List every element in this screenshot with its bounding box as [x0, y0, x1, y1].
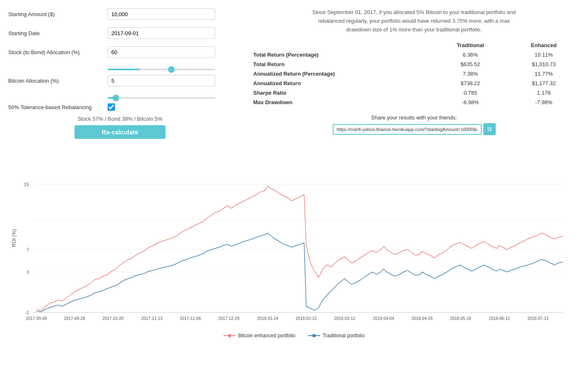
recalculate-button[interactable]: Re-calculate — [74, 125, 166, 139]
share-label: Share your results with your friends: — [248, 114, 580, 121]
rebalancing-checkbox[interactable] — [108, 103, 115, 111]
legend-bitcoin-label: Bitcoin enhanced portfolio — [238, 333, 295, 339]
table-row: Total Return (Percentage) 6.36% 10.11% — [248, 50, 580, 60]
stock-allocation-input[interactable] — [108, 46, 215, 58]
row-enhanced: 11.77% — [508, 69, 580, 79]
svg-text:3: 3 — [26, 270, 29, 274]
bitcoin-allocation-label: Bitcoin Allocation (%) — [8, 78, 108, 84]
svg-text:2018-02-15: 2018-02-15 — [295, 316, 317, 321]
copy-button[interactable]: ⧉ — [483, 123, 496, 135]
rebalancing-label: 50% Tolerance-based Rebalancing — [8, 104, 108, 110]
starting-amount-label: Starting Amount ($) — [8, 11, 108, 17]
bitcoin-allocation-input[interactable] — [108, 75, 215, 86]
svg-text:2017-12-29: 2017-12-29 — [218, 316, 240, 321]
row-enhanced: $1,177.32 — [508, 79, 580, 88]
row-label: Sharpe Ratio — [248, 88, 433, 98]
svg-text:2018-05-18: 2018-05-18 — [450, 316, 471, 321]
bitcoin-slider-row — [8, 94, 232, 100]
svg-text:2017-11-13: 2017-11-13 — [141, 316, 163, 321]
bitcoin-allocation-slider[interactable] — [108, 97, 215, 99]
chart-svg: ROI (%) 15 7 3 -1 2017-09-06 2017-09-28 … — [8, 147, 571, 329]
results-table: Traditional Enhanced Total Return (Perce… — [248, 41, 580, 107]
row-label: Total Return (Percentage) — [248, 50, 433, 60]
bitcoin-allocation-row: Bitcoin Allocation (%) — [8, 75, 232, 86]
svg-point-27 — [312, 334, 316, 337]
row-enhanced: 1.178 — [508, 88, 580, 98]
stock-allocation-label: Stock (to Bond) Allocation (%) — [8, 49, 108, 55]
starting-date-row: Starting Date — [8, 27, 232, 39]
legend-bitcoin: Bitcoin enhanced portfolio — [223, 333, 295, 339]
svg-text:2018-04-26: 2018-04-26 — [411, 316, 433, 321]
row-traditional: -6.98% — [433, 98, 508, 107]
row-traditional: 7.38% — [433, 69, 508, 79]
row-label: Max Drawdown — [248, 98, 433, 107]
table-row: Max Drawdown -6.98% -7.98% — [248, 98, 580, 107]
table-row: Total Return $635.52 $1,010.73 — [248, 60, 580, 69]
starting-amount-row: Starting Amount ($) — [8, 8, 232, 20]
share-section: Share your results with your friends: ⧉ — [248, 114, 580, 135]
svg-text:2018-04-04: 2018-04-04 — [373, 316, 394, 321]
right-panel: Since September 01, 2017, if you allocat… — [248, 8, 580, 143]
svg-text:2018-07-13: 2018-07-13 — [527, 316, 549, 321]
row-enhanced: $1,010.73 — [508, 60, 580, 69]
row-enhanced: 10.11% — [508, 50, 580, 60]
legend-traditional-label: Traditional portfolio — [323, 333, 365, 339]
share-url-input[interactable] — [333, 124, 482, 135]
row-traditional: 6.36% — [433, 50, 508, 60]
starting-amount-input[interactable] — [108, 8, 215, 20]
share-row: ⧉ — [248, 123, 580, 135]
starting-date-input[interactable] — [108, 27, 215, 39]
rebalancing-row: 50% Tolerance-based Rebalancing — [8, 103, 232, 111]
starting-date-label: Starting Date — [8, 30, 108, 36]
row-label: Annualized Return — [248, 79, 433, 88]
stock-allocation-slider[interactable] — [108, 69, 215, 70]
allocation-text: Stock 57% / Bond 38% / Bitcoin 5% — [8, 116, 232, 122]
table-row: Annualized Return $738.22 $1,177.32 — [248, 79, 580, 88]
bitcoin-line — [36, 186, 563, 310]
row-label: Annualized Return (Percentage) — [248, 69, 433, 79]
row-label: Total Return — [248, 60, 433, 69]
legend-traditional: Traditional portfolio — [308, 333, 365, 339]
left-panel: Starting Amount ($) Starting Date Stock … — [8, 8, 232, 143]
traditional-line — [36, 233, 563, 312]
svg-text:2017-09-28: 2017-09-28 — [64, 316, 85, 321]
col-traditional: Traditional — [433, 41, 508, 50]
row-traditional: $635.52 — [433, 60, 508, 69]
row-enhanced: -7.98% — [508, 98, 580, 107]
svg-text:15: 15 — [24, 182, 29, 187]
chart-legend: Bitcoin enhanced portfolio Traditional p… — [8, 333, 580, 339]
chart-area: ROI (%) 15 7 3 -1 2017-09-06 2017-09-28 … — [8, 147, 580, 339]
y-axis-label: ROI (%) — [11, 229, 17, 247]
row-traditional: $738.22 — [433, 79, 508, 88]
table-row: Sharpe Ratio 0.785 1.178 — [248, 88, 580, 98]
svg-text:7: 7 — [26, 247, 29, 252]
svg-text:2017-09-06: 2017-09-06 — [26, 316, 47, 321]
summary-text: Since September 01, 2017, if you allocat… — [311, 8, 518, 34]
svg-point-25 — [228, 334, 231, 337]
stock-allocation-row: Stock (to Bond) Allocation (%) — [8, 46, 232, 58]
col-enhanced: Enhanced — [508, 41, 580, 50]
stock-slider-row — [8, 65, 232, 72]
svg-text:2018-03-12: 2018-03-12 — [334, 316, 355, 321]
svg-text:2017-10-20: 2017-10-20 — [102, 316, 124, 321]
svg-text:2018-01-24: 2018-01-24 — [257, 316, 278, 321]
svg-text:2018-06-12: 2018-06-12 — [489, 316, 510, 321]
svg-text:2017-12-06: 2017-12-06 — [180, 316, 201, 321]
table-row: Annualized Return (Percentage) 7.38% 11.… — [248, 69, 580, 79]
svg-text:-1: -1 — [25, 310, 29, 315]
row-traditional: 0.785 — [433, 88, 508, 98]
